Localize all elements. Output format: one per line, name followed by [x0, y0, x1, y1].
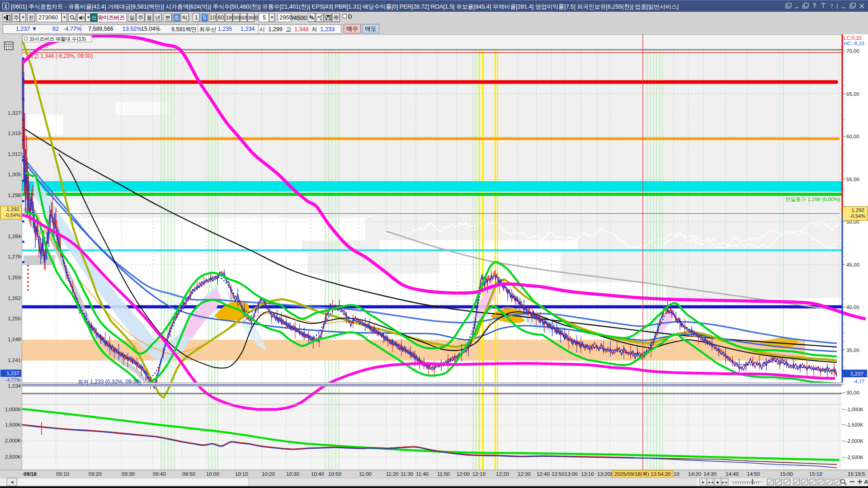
svg-text:14:50: 14:50 — [747, 471, 760, 477]
svg-text:12:20: 12:20 — [496, 471, 509, 477]
svg-text:최저 1,233 (0,32%, 09:39): 최저 1,233 (0,32%, 09:39) — [78, 379, 141, 385]
svg-text:12:00: 12:00 — [457, 471, 470, 477]
svg-text:40,00: 40,00 — [846, 305, 859, 310]
svg-text:11:00: 11:00 — [359, 471, 372, 477]
svg-text:-1,500K: -1,500K — [846, 422, 863, 427]
svg-text:►: ► — [702, 480, 705, 484]
svg-text:55,00: 55,00 — [846, 177, 859, 182]
svg-text:13:10: 13:10 — [581, 471, 594, 477]
svg-text:-0,54%: -0,54% — [5, 212, 20, 218]
svg-text:-1,000K: -1,000K — [846, 407, 863, 412]
svg-text:65,00: 65,00 — [846, 91, 859, 97]
svg-text:1,284: 1,284 — [8, 234, 21, 239]
svg-text:12:50: 12:50 — [552, 471, 565, 477]
svg-text:►►: ►► — [722, 481, 728, 484]
svg-text:1,234: 1,234 — [8, 383, 21, 389]
svg-text:09:50: 09:50 — [182, 471, 195, 477]
svg-text:60,00: 60,00 — [846, 134, 859, 139]
svg-text:1,237: 1,237 — [6, 371, 19, 376]
svg-text:1,237: 1,237 — [850, 371, 863, 376]
svg-text:10:40: 10:40 — [311, 471, 324, 477]
svg-text:1,255: 1,255 — [8, 316, 21, 321]
svg-text:13:20: 13:20 — [597, 471, 610, 477]
svg-text:09:40: 09:40 — [153, 471, 166, 477]
svg-text:11:50: 11:50 — [437, 471, 450, 477]
svg-text:-4,77%: -4,77% — [5, 377, 20, 383]
svg-text:30,00: 30,00 — [846, 390, 859, 395]
svg-text:-4,77: -4,77 — [853, 379, 864, 384]
svg-text:10:20: 10:20 — [262, 471, 275, 477]
svg-text:1,248: 1,248 — [8, 337, 21, 342]
svg-text:1,000K: 1,000K — [5, 407, 21, 412]
svg-text:15:19:5: 15:19:5 — [848, 471, 865, 477]
svg-text:1,262: 1,262 — [8, 296, 21, 301]
svg-text:35,00: 35,00 — [846, 347, 859, 353]
svg-text:14:20: 14:20 — [688, 471, 701, 477]
svg-text:10:30: 10:30 — [286, 471, 299, 477]
svg-text:■: ■ — [717, 480, 719, 484]
svg-text:◄◄: ◄◄ — [708, 481, 714, 484]
svg-text:15:00: 15:00 — [780, 471, 793, 477]
svg-text:70,00: 70,00 — [846, 48, 859, 54]
svg-text:12:40: 12:40 — [537, 471, 550, 477]
svg-text:14:30: 14:30 — [703, 471, 717, 477]
svg-text:1,319: 1,319 — [8, 131, 21, 136]
svg-text:HC:-8,23: HC:-8,23 — [844, 41, 864, 46]
svg-text:1,312: 1,312 — [8, 151, 21, 157]
svg-text:A: A — [864, 479, 868, 485]
svg-text:13:00: 13:00 — [565, 471, 578, 477]
svg-text:-2,500K: -2,500K — [846, 455, 863, 460]
svg-text:10: 10 — [674, 471, 679, 477]
svg-text:1: 1 — [610, 471, 613, 477]
svg-text:11:30: 11:30 — [401, 471, 413, 477]
svg-text:◄: ◄ — [10, 480, 14, 484]
svg-text:09:30: 09:30 — [122, 471, 135, 477]
svg-text:1,305: 1,305 — [8, 172, 21, 177]
svg-text:2,500K: 2,500K — [5, 454, 21, 460]
svg-text:09:20: 09:20 — [89, 471, 102, 477]
svg-text:LC:0,32: LC:0,32 — [844, 35, 862, 41]
svg-text:1,327: 1,327 — [8, 110, 21, 116]
svg-text:2025/09/18(목) 13:54:20: 2025/09/18(목) 13:54:20 — [614, 471, 671, 477]
svg-text:09/18: 09/18 — [24, 471, 37, 477]
svg-text:최고 1,348 (-8,23%, 09:00): 최고 1,348 (-8,23%, 09:00) — [28, 53, 93, 59]
svg-text:1,269: 1,269 — [8, 275, 21, 280]
svg-text:2,000K: 2,000K — [5, 438, 21, 443]
svg-text:-2,000K: -2,000K — [846, 438, 863, 444]
svg-text:10:10: 10:10 — [235, 471, 248, 477]
svg-text:1,276: 1,276 — [8, 254, 21, 259]
svg-text:11:20: 11:20 — [386, 471, 399, 477]
svg-text:?: ? — [830, 3, 833, 9]
svg-text:12:10: 12:10 — [472, 471, 486, 477]
svg-text:1,292: 1,292 — [851, 207, 864, 213]
svg-text:-0,54%: -0,54% — [849, 213, 865, 219]
svg-text:10:50: 10:50 — [328, 471, 341, 477]
svg-text:11:40: 11:40 — [416, 471, 429, 477]
svg-text:45,00: 45,00 — [846, 262, 859, 267]
svg-text:1,241: 1,241 — [8, 357, 21, 363]
svg-text:09:10: 09:10 — [56, 471, 69, 477]
svg-text:와이즈버즈 매물대 수(13): 와이즈버즈 매물대 수(13) — [29, 36, 86, 42]
svg-text:15:10: 15:10 — [809, 471, 822, 477]
svg-text:10:00: 10:00 — [206, 471, 219, 477]
svg-text:1,298: 1,298 — [8, 192, 21, 198]
svg-text:14:40: 14:40 — [726, 471, 739, 477]
svg-text:1,292: 1,292 — [6, 206, 19, 212]
svg-text:12:30: 12:30 — [518, 471, 531, 477]
svg-text:전일종가 1,299 (0,00%): 전일종가 1,299 (0,00%) — [785, 197, 840, 202]
svg-text:1,500K: 1,500K — [5, 422, 21, 427]
